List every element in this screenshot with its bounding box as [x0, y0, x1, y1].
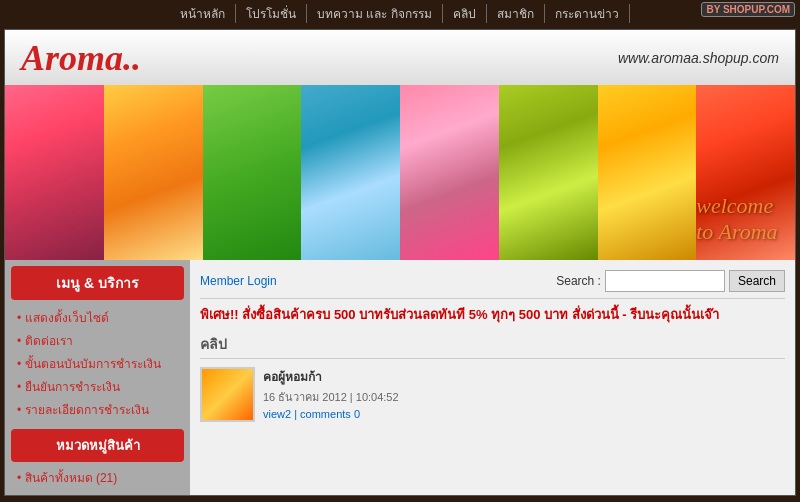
nav-members[interactable]: สมาชิก	[487, 4, 545, 23]
content-area: เมนู & บริการ แสดงตั้งเว็บไซด์ ติดต่อเรา…	[5, 260, 795, 495]
post-card: คอผู้หอมก้า 16 ธันวาคม 2012 | 10:04:52 v…	[200, 367, 785, 422]
post-info: คอผู้หอมก้า 16 ธันวาคม 2012 | 10:04:52 v…	[263, 367, 785, 420]
banner-panel-8: welcome to Aroma	[696, 85, 795, 260]
nav-articles[interactable]: บทความ และ กิจกรรม	[307, 4, 443, 23]
promo-text: พิเศษ!! สั่งซื้อสินค้าครบ 500 บาทรับส่วน…	[200, 305, 785, 325]
sidebar-item-website[interactable]: แสดงตั้งเว็บไซด์	[11, 306, 184, 329]
top-nav: หน้าหลัก โปรโมชั่น บทความ และ กิจกรรม คล…	[0, 0, 800, 27]
banner-panel-7	[598, 85, 697, 260]
nav-clips[interactable]: คลิป	[443, 4, 487, 23]
post-meta: view2 | comments 0	[263, 408, 785, 420]
banner-panel-1	[5, 85, 104, 260]
main-content: Member Login Search : Search พิเศษ!! สั่…	[190, 260, 795, 495]
shopup-badge: BY SHOPUP.COM	[701, 2, 795, 17]
sidebar: เมนู & บริการ แสดงตั้งเว็บไซด์ ติดต่อเรา…	[5, 260, 190, 495]
banner-panel-4	[301, 85, 400, 260]
nav-home[interactable]: หน้าหลัก	[170, 4, 236, 23]
search-button[interactable]: Search	[729, 270, 785, 292]
banner: welcome to Aroma	[5, 85, 795, 260]
post-date: 16 ธันวาคม 2012 | 10:04:52	[263, 388, 785, 406]
banner-panel-2	[104, 85, 203, 260]
site-header: Aroma.. www.aromaa.shopup.com	[5, 30, 795, 85]
post-thumbnail	[200, 367, 255, 422]
site-logo: Aroma..	[21, 37, 141, 79]
sidebar-item-payment-steps[interactable]: ขั้นตอนบันบัมการชำระเงิน	[11, 352, 184, 375]
banner-panel-6	[499, 85, 598, 260]
sidebar-category-header: หมวดหมู่สินค้า	[11, 429, 184, 462]
member-login-link[interactable]: Member Login	[200, 274, 277, 288]
sidebar-menu-header: เมนู & บริการ	[11, 266, 184, 300]
sidebar-item-payment-detail[interactable]: รายละเอียดการชำระเงิน	[11, 398, 184, 421]
main-wrapper: Aroma.. www.aromaa.shopup.com welcome to…	[4, 29, 796, 496]
banner-panel-5	[400, 85, 499, 260]
sidebar-item-all-products[interactable]: สินค้าทั้งหมด (21)	[11, 466, 184, 489]
sidebar-item-confirm-payment[interactable]: ยืนยันการชำระเงิน	[11, 375, 184, 398]
nav-promo[interactable]: โปรโมชั่น	[236, 4, 307, 23]
section-title: คลิป	[200, 333, 785, 359]
member-login-bar: Member Login Search : Search	[200, 266, 785, 299]
site-url: www.aromaa.shopup.com	[618, 50, 779, 66]
banner-panel-3	[203, 85, 302, 260]
banner-overlay-text: welcome to Aroma	[696, 193, 785, 245]
search-input[interactable]	[605, 270, 725, 292]
nav-board[interactable]: กระดานข่าว	[545, 4, 630, 23]
search-label: Search :	[556, 274, 601, 288]
sidebar-item-contact[interactable]: ติดต่อเรา	[11, 329, 184, 352]
post-title[interactable]: คอผู้หอมก้า	[263, 367, 785, 386]
search-area: Search : Search	[556, 270, 785, 292]
